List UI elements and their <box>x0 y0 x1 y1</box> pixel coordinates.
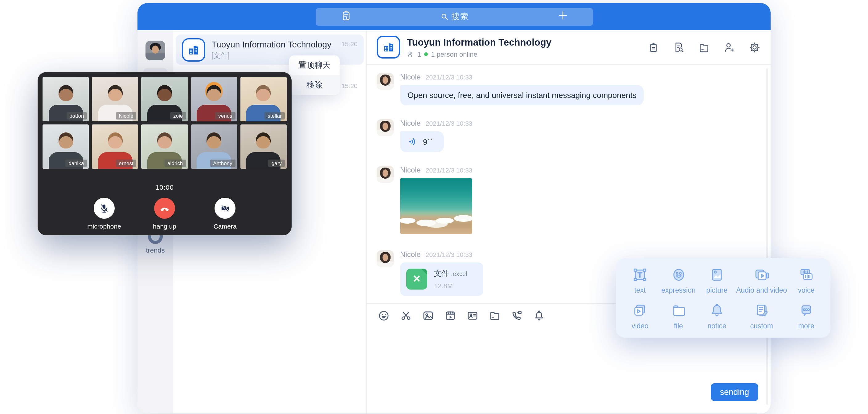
participant-tile[interactable]: Nicole <box>92 77 138 121</box>
message-row: Nicole 2021/12/3 10:33 <box>377 166 761 234</box>
context-menu: 置顶聊天 移除 <box>289 56 340 95</box>
participant-name: venus <box>215 112 235 120</box>
participant-name: patton <box>66 112 87 120</box>
add-icon[interactable] <box>557 10 568 23</box>
conversation-time: 15:20 <box>341 82 358 89</box>
sender-avatar[interactable] <box>377 119 394 136</box>
video-call-window: patton Nicole zoie venus stellar danika … <box>38 72 291 235</box>
settings-gear-icon[interactable] <box>748 41 761 53</box>
panel-item-picture[interactable]: picture <box>698 266 736 297</box>
participant-grid: patton Nicole zoie venus stellar danika … <box>42 77 287 169</box>
emoji-icon[interactable] <box>377 309 390 322</box>
panel-item-more[interactable]: more <box>787 301 826 332</box>
more-icon <box>798 301 815 319</box>
trends-label: trends <box>137 247 173 254</box>
participant-name: zoie <box>170 112 186 120</box>
camera-button[interactable]: Camera <box>205 198 245 230</box>
microphone-button[interactable]: microphone <box>84 198 125 230</box>
group-avatar <box>377 36 400 59</box>
participant-name: danika <box>65 159 87 167</box>
sender-name: Nicole <box>400 73 421 81</box>
user-avatar[interactable] <box>146 41 165 60</box>
video-icon <box>631 301 649 319</box>
panel-item-notice[interactable]: notice <box>698 301 736 332</box>
participant-name: ernest <box>116 159 136 167</box>
contact-card-icon[interactable] <box>466 309 479 322</box>
panel-item-audio-video[interactable]: Audio and video <box>736 266 787 297</box>
panel-item-file[interactable]: file <box>659 301 698 332</box>
sender-name: Nicole <box>400 119 421 128</box>
participant-tile[interactable]: danika <box>42 124 89 169</box>
message-row: Nicole 2021/12/3 10:33 9`` <box>377 119 761 152</box>
member-count: 1 <box>417 50 421 58</box>
participant-tile[interactable]: venus <box>191 77 237 121</box>
participant-tile[interactable]: gary <box>241 124 287 169</box>
video-clapper-icon[interactable] <box>444 309 457 322</box>
message-type-panel: text expression picture <box>616 258 830 338</box>
message-input[interactable]: sending <box>367 328 771 413</box>
online-status: 1 person online <box>431 50 477 58</box>
chat-scrollbar[interactable] <box>766 68 768 405</box>
participant-tile[interactable]: ernest <box>92 124 138 169</box>
sender-avatar[interactable] <box>377 166 394 183</box>
voice-message-bubble[interactable]: 9`` <box>400 131 444 152</box>
file-icon <box>670 301 687 319</box>
members-icon <box>407 50 414 58</box>
image-message-beach[interactable] <box>400 178 472 234</box>
send-button[interactable]: sending <box>711 383 758 401</box>
group-notice-icon[interactable] <box>647 41 660 53</box>
voice-duration: 9`` <box>423 137 433 146</box>
notice-icon <box>708 301 725 319</box>
panel-item-custom[interactable]: custom <box>736 301 787 332</box>
message-row: Nicole 2021/12/3 10:33 Open source, free… <box>377 73 761 105</box>
file-folder-icon[interactable] <box>488 309 501 322</box>
conversation-title: Tuoyun Information Technology <box>212 39 335 49</box>
participant-tile[interactable]: stellar <box>241 77 287 121</box>
menu-item-remove[interactable]: 移除 <box>289 75 340 95</box>
participant-tile[interactable]: zoie <box>142 77 188 121</box>
screenshot-scissors-icon[interactable] <box>400 309 412 322</box>
panel-item-voice[interactable]: voice <box>787 266 826 297</box>
sender-avatar[interactable] <box>377 73 394 90</box>
panel-item-expression[interactable]: expression <box>659 266 698 297</box>
custom-icon <box>753 301 770 319</box>
notice-bell-icon[interactable] <box>533 309 546 322</box>
call-timer: 10:00 <box>42 184 287 191</box>
mic-off-icon <box>99 203 110 214</box>
sender-name: Nicole <box>400 250 421 259</box>
menu-item-pin-chat[interactable]: 置顶聊天 <box>289 56 340 75</box>
conversation-time: 15:20 <box>341 40 358 47</box>
participant-tile[interactable]: patton <box>42 77 89 121</box>
search-icon <box>440 12 448 21</box>
group-file-icon[interactable] <box>698 41 710 53</box>
participant-tile[interactable]: Anthony <box>191 124 237 169</box>
participant-tile[interactable]: aldrich <box>142 124 188 169</box>
sender-avatar[interactable] <box>377 250 394 267</box>
top-bar: 搜索 <box>137 3 771 30</box>
search-bar[interactable]: 搜索 <box>315 8 593 26</box>
panel-item-video[interactable]: video <box>621 301 659 332</box>
panel-item-text[interactable]: text <box>621 266 659 297</box>
chat-title: Tuoyun Information Technology <box>407 37 552 48</box>
file-message-bubble[interactable]: ✕ 文件 .excel 12.8M <box>400 262 483 296</box>
message-search-icon[interactable] <box>673 41 685 53</box>
message-time: 2021/12/3 10:33 <box>426 166 472 174</box>
hang-up-button[interactable]: hang up <box>144 198 185 230</box>
text-message-bubble[interactable]: Open source, free, and universal instant… <box>400 85 644 105</box>
add-member-icon[interactable] <box>723 41 736 53</box>
speaker-wave-icon <box>407 136 418 147</box>
call-log-icon[interactable] <box>340 9 352 24</box>
chat-header: Tuoyun Information Technology 1 1 person… <box>367 30 771 65</box>
audio-video-icon <box>753 266 770 283</box>
microphone-label: microphone <box>84 222 125 230</box>
camera-off-icon <box>219 203 230 214</box>
stage: 搜索 trends <box>0 0 868 414</box>
search-input[interactable]: 搜索 <box>352 11 557 22</box>
search-placeholder: 搜索 <box>452 11 469 22</box>
image-icon[interactable] <box>422 309 435 322</box>
video-call-icon[interactable] <box>510 309 523 322</box>
text-icon <box>631 266 649 283</box>
file-name: 文件 <box>434 269 449 278</box>
building-icon <box>382 41 395 54</box>
online-dot <box>424 52 428 56</box>
